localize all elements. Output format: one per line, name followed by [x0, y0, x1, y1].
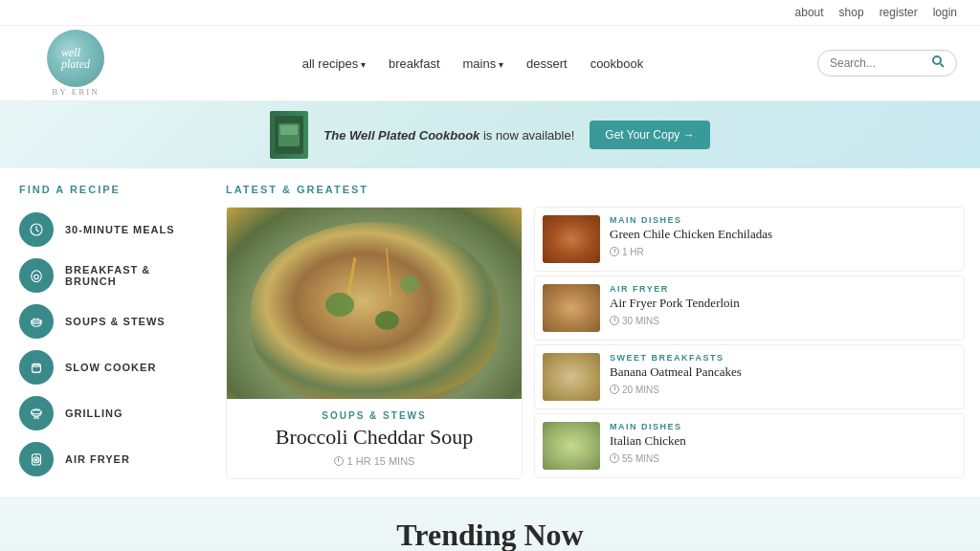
side-category: MAIN DISHES [610, 422, 686, 431]
nav-breakfast[interactable]: breakfast [389, 56, 439, 71]
sidebar-item-slowcooker[interactable]: SLOW COOKER [19, 344, 191, 390]
shop-link[interactable]: shop [839, 6, 864, 19]
svg-line-1 [941, 64, 945, 68]
svg-rect-4 [280, 125, 298, 135]
sidebar-label-30min: 30-MINUTE MEALS [65, 224, 175, 235]
sidebar-label-airfryer: AIR FRYER [65, 453, 130, 465]
side-category: AIR FRYER [610, 284, 740, 294]
egg-icon [19, 258, 54, 293]
sidebar: FIND A RECIPE 30-MINUTE MEALS BREAKFAST … [0, 168, 211, 497]
svg-point-24 [35, 459, 37, 461]
clock-icon-1 [610, 316, 619, 325]
banner: The Well Plated Cookbook is now availabl… [0, 101, 980, 168]
search-icon [931, 55, 945, 72]
featured-title: Broccoli Cheddar Soup [242, 425, 506, 450]
search-box[interactable] [817, 50, 957, 77]
clock-icon-0 [610, 247, 619, 256]
svg-line-15 [34, 416, 35, 419]
trending-title: Trending Now [23, 518, 957, 551]
side-recipe-item[interactable]: SWEET BREAKFASTS Banana Oatmeal Pancakes… [534, 344, 965, 409]
side-title: Banana Oatmeal Pancakes [610, 364, 742, 381]
banner-text: The Well Plated Cookbook is now availabl… [323, 128, 574, 143]
header: wellplated BY ERIN all recipes breakfast… [0, 26, 980, 101]
logo-circle: wellplated [47, 30, 104, 87]
recipe-thumb-chicken [543, 422, 600, 470]
logo[interactable]: wellplated BY ERIN [23, 30, 128, 97]
side-time: 1 HR [610, 247, 772, 257]
side-title: Green Chile Chicken Enchiladas [610, 227, 772, 243]
side-title: Italian Chicken [610, 433, 686, 450]
airfryer-icon [19, 442, 54, 476]
side-category: MAIN DISHES [610, 215, 772, 225]
svg-point-0 [933, 56, 941, 64]
svg-point-6 [32, 271, 42, 282]
sidebar-title: FIND A RECIPE [19, 184, 191, 195]
side-title: Air Fryer Pork Tenderloin [610, 296, 740, 312]
trending-section: Trending Now GRILLING FALL FAVORITES AIR… [0, 497, 980, 551]
logo-byline: BY ERIN [52, 87, 99, 97]
clock-icon-featured [334, 456, 344, 466]
get-copy-button[interactable]: Get Your Copy → [590, 121, 709, 149]
soup-icon [19, 304, 54, 339]
sidebar-item-airfryer[interactable]: AIR FRYER [19, 436, 191, 482]
main-content: FIND A RECIPE 30-MINUTE MEALS BREAKFAST … [0, 168, 980, 497]
clock-icon-3 [610, 453, 619, 463]
clock-icon-2 [610, 385, 619, 394]
side-recipe-item[interactable]: MAIN DISHES Green Chile Chicken Enchilad… [534, 207, 965, 272]
sidebar-item-soups[interactable]: SOUPS & STEWS [19, 298, 191, 344]
side-time: 20 MINS [610, 385, 742, 395]
top-bar: about shop register login [0, 0, 980, 26]
nav-mains[interactable]: mains [463, 56, 503, 71]
latest-section-title: LATEST & GREATEST [226, 184, 965, 195]
sidebar-label-soups: SOUPS & STEWS [65, 316, 166, 327]
clock-icon [19, 212, 54, 247]
side-recipe-item[interactable]: AIR FRYER Air Fryer Pork Tenderloin 30 M… [534, 276, 965, 341]
side-category: SWEET BREAKFASTS [610, 353, 742, 363]
recipe-thumb-enchiladas [543, 215, 600, 263]
search-input[interactable] [830, 56, 925, 70]
sidebar-label-slowcooker: SLOW COOKER [65, 362, 156, 373]
side-time: 55 MINS [610, 453, 686, 464]
featured-category: SOUPS & STEWS [242, 410, 506, 421]
nav-dessert[interactable]: dessert [526, 56, 568, 71]
featured-recipe-image [227, 208, 523, 399]
register-link[interactable]: register [880, 6, 918, 19]
slow-cooker-icon [19, 350, 54, 385]
side-recipe-item[interactable]: MAIN DISHES Italian Chicken 55 MINS [534, 413, 965, 478]
nav-all-recipes[interactable]: all recipes [302, 56, 366, 71]
svg-line-18 [33, 409, 34, 411]
login-link[interactable]: login [933, 6, 957, 19]
side-time: 30 MINS [610, 316, 740, 326]
sidebar-item-breakfast[interactable]: BREAKFAST & BRUNCH [19, 253, 191, 298]
featured-recipe[interactable]: SOUPS & STEWS Broccoli Cheddar Soup 1 HR… [226, 207, 523, 479]
sidebar-item-30min[interactable]: 30-MINUTE MEALS [19, 207, 191, 253]
featured-caption: SOUPS & STEWS Broccoli Cheddar Soup 1 HR… [227, 399, 522, 478]
sidebar-label-breakfast: BREAKFAST & BRUNCH [65, 264, 191, 287]
main-nav: all recipes breakfast mains dessert cook… [147, 56, 798, 71]
svg-line-20 [38, 409, 39, 411]
recipe-thumb-pork [543, 284, 600, 332]
svg-line-16 [38, 416, 39, 419]
latest-grid: SOUPS & STEWS Broccoli Cheddar Soup 1 HR… [226, 207, 965, 479]
sidebar-label-grilling: GRILLING [65, 408, 123, 419]
nav-cookbook[interactable]: cookbook [590, 56, 644, 71]
content-area: LATEST & GREATEST [211, 168, 980, 497]
svg-point-7 [34, 275, 39, 279]
about-link[interactable]: about [795, 6, 824, 19]
featured-time: 1 HR 15 MINS [242, 455, 506, 467]
banner-book-image [270, 111, 308, 159]
recipe-thumb-pancakes [543, 353, 600, 401]
sidebar-item-grilling[interactable]: GRILLING [19, 390, 191, 436]
side-recipes: MAIN DISHES Green Chile Chicken Enchilad… [534, 207, 965, 479]
grill-icon [19, 396, 54, 430]
